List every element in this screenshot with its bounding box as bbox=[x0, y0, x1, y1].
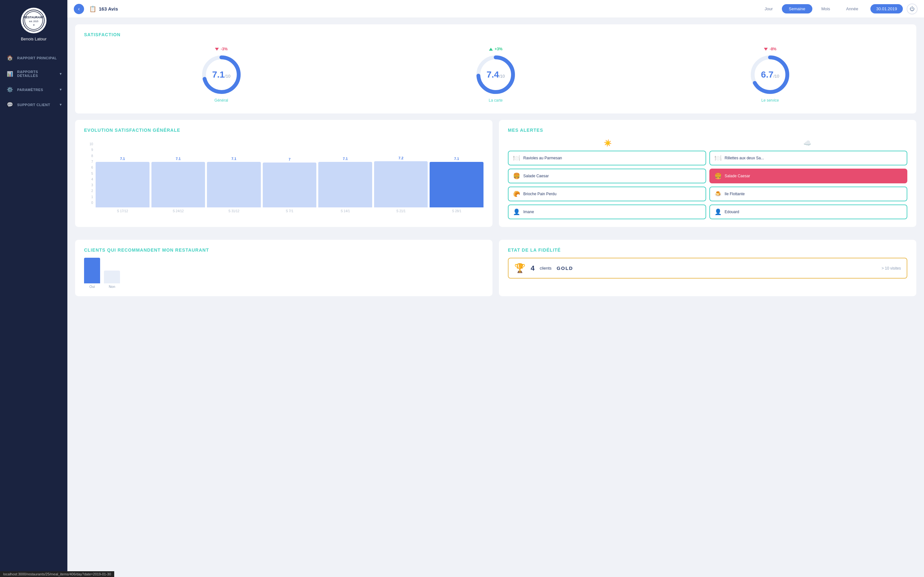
arrow-up-icon bbox=[489, 48, 493, 51]
fidelite-card: ETAT DE LA FIDÉLITÉ 🏆 4 clients GOLD > 1… bbox=[499, 240, 916, 296]
satisfaction-row: -3% 7.1/10 Général bbox=[84, 44, 907, 106]
status-bar: localhost:3000/restaurants/25/meal_items… bbox=[0, 571, 114, 577]
sidebar-username: Benois Latour bbox=[21, 37, 47, 41]
chevron-down-icon: ▾ bbox=[60, 103, 62, 107]
bar-col-6: 7.2 S 21/1 bbox=[374, 156, 428, 213]
page-content: SATISFACTION -3% 7.1/10 bbox=[67, 18, 924, 316]
sidebar-item-label: RAPPORT PRINCIPAL bbox=[17, 56, 57, 60]
alertes-card: MES ALERTES ☀️ ☁️ 🍽️ Ravioles au Parmesa… bbox=[499, 120, 916, 227]
header-tabs: Jour Semaine Mois Année bbox=[758, 4, 865, 13]
food-icon: 🍽️ bbox=[714, 155, 722, 161]
bar-col-4: 7 S 7/1 bbox=[263, 157, 317, 213]
recommandent-title: CLIENTS QUI RECOMMANDENT MON RESTAURANT bbox=[84, 247, 483, 253]
donut-center-la-carte: 7.4/10 bbox=[486, 69, 505, 80]
trophy-icon: 🏆 bbox=[514, 263, 525, 274]
home-icon: 🏠 bbox=[7, 55, 13, 61]
satisfaction-card: SATISFACTION -3% 7.1/10 bbox=[75, 24, 916, 113]
badge-general: -3% bbox=[215, 47, 228, 51]
bar-col-5: 7.1 S 14/1 bbox=[318, 157, 372, 213]
bar-col-2: 7.1 S 24/12 bbox=[152, 157, 205, 213]
alerte-salade-caesar-right[interactable]: 🍔 Salade Caesar bbox=[709, 169, 908, 183]
badge-le-service: -8% bbox=[764, 47, 776, 51]
main-content: ‹ 📋 163 Avis Jour Semaine Mois Année 30.… bbox=[67, 0, 924, 577]
back-button[interactable]: ‹ bbox=[74, 4, 84, 14]
header: ‹ 📋 163 Avis Jour Semaine Mois Année 30.… bbox=[67, 0, 924, 18]
cloud-icon: ☁️ bbox=[803, 139, 811, 147]
fidelite-title: ETAT DE LA FIDÉLITÉ bbox=[508, 247, 907, 253]
alerte-header: ☀️ ☁️ bbox=[508, 139, 907, 147]
gold-visits: > 10 visites bbox=[882, 266, 901, 271]
y-axis: 0 1 2 3 4 5 6 7 8 9 10 bbox=[84, 142, 93, 205]
bar-col-7: 7.1 S 28/1 bbox=[430, 157, 483, 213]
bar-col-1: 7.1 S 17/12 bbox=[95, 157, 150, 213]
sun-icon: ☀️ bbox=[604, 139, 612, 147]
donut-wrapper-general: 7.1/10 bbox=[200, 54, 242, 95]
arrow-down-icon bbox=[215, 48, 219, 51]
bar-6 bbox=[374, 161, 428, 207]
chat-icon: 💬 bbox=[7, 102, 13, 108]
fidelite-gold-row: 🏆 4 clients GOLD > 10 visites bbox=[508, 258, 907, 279]
power-button[interactable]: ⏻ bbox=[907, 3, 918, 15]
person-icon: 👤 bbox=[513, 208, 520, 215]
gear-icon: ⚙️ bbox=[7, 87, 13, 93]
donut-wrapper-la-carte: 7.4/10 bbox=[475, 54, 517, 95]
donut-le-service: -8% 6.7/10 Le service bbox=[749, 47, 791, 103]
alerte-ravioles[interactable]: 🍽️ Ravioles au Parmesan bbox=[508, 151, 706, 165]
alerte-imane[interactable]: 👤 Imane bbox=[508, 205, 706, 219]
food-icon: 🍮 bbox=[714, 190, 722, 197]
bar-3 bbox=[207, 162, 261, 207]
sidebar-nav: 🏠 RAPPORT PRINCIPAL 📊 RAPPORTS DÉTAILLÉS… bbox=[0, 50, 67, 112]
sidebar-item-rapport-principal[interactable]: 🏠 RAPPORT PRINCIPAL bbox=[0, 50, 67, 65]
bar-1 bbox=[95, 162, 150, 207]
sidebar-item-support-client[interactable]: 💬 SUPPORT CLIENT ▾ bbox=[0, 97, 67, 112]
food-icon: 🍽️ bbox=[513, 155, 520, 161]
tab-semaine[interactable]: Semaine bbox=[782, 4, 813, 13]
chart-bars: 0 1 2 3 4 5 6 7 8 9 10 bbox=[84, 142, 483, 213]
tab-annee[interactable]: Année bbox=[839, 4, 865, 13]
svg-text:est. 2015: est. 2015 bbox=[29, 20, 39, 23]
arrow-down-icon bbox=[764, 48, 768, 51]
alerte-ile-flottante[interactable]: 🍮 Ile Flottante bbox=[709, 187, 908, 201]
bar-4 bbox=[263, 163, 317, 207]
bar-col-3: 7.1 S 31/12 bbox=[207, 157, 261, 213]
alerte-edouard[interactable]: 👤 Edouard bbox=[709, 205, 908, 219]
alertes-grid: 🍽️ Ravioles au Parmesan 🍽️ Rillettes aux… bbox=[508, 151, 907, 219]
non-bar: Non bbox=[104, 271, 120, 288]
sidebar-item-label: SUPPORT CLIENT bbox=[17, 103, 50, 107]
gold-count: 4 bbox=[531, 264, 535, 272]
gold-label: clients bbox=[540, 266, 551, 271]
alerte-salade-caesar-left[interactable]: 🍔 Salade Caesar bbox=[508, 169, 706, 183]
evolution-card: EVOLUTION SATISFACTION GÉNÉRALE 0 1 2 3 … bbox=[75, 120, 493, 227]
bar-7 bbox=[430, 162, 483, 207]
bottom-row: CLIENTS QUI RECOMMANDENT MON RESTAURANT … bbox=[75, 240, 916, 303]
sidebar-item-label: PARAMÈTRES bbox=[17, 88, 43, 92]
alerte-brioche[interactable]: 🥐 Brioche Pain Perdu bbox=[508, 187, 706, 201]
donut-center-general: 7.1/10 bbox=[212, 69, 230, 80]
alerte-rillettes[interactable]: 🍽️ Rillettes aux deux Sa... bbox=[709, 151, 908, 165]
badge-la-carte: +3% bbox=[489, 47, 502, 51]
tab-mois[interactable]: Mois bbox=[814, 4, 837, 13]
oui-bar: Oui bbox=[84, 258, 100, 288]
sidebar-logo: RESTAURANT est. 2015 ⚜ bbox=[21, 8, 47, 33]
donut-general: -3% 7.1/10 Général bbox=[200, 47, 242, 103]
sidebar-item-rapports-detailles[interactable]: 📊 RAPPORTS DÉTAILLÉS ▾ bbox=[0, 65, 67, 82]
donut-la-carte: +3% 7.4/10 La carte bbox=[475, 47, 517, 103]
chevron-down-icon: ▾ bbox=[60, 87, 62, 92]
person-icon: 👤 bbox=[714, 208, 722, 215]
date-button[interactable]: 30.01.2019 bbox=[871, 4, 903, 13]
donut-wrapper-le-service: 6.7/10 bbox=[749, 54, 791, 95]
donut-center-le-service: 6.7/10 bbox=[761, 69, 779, 80]
bar-5 bbox=[318, 162, 372, 207]
sidebar-item-parametres[interactable]: ⚙️ PARAMÈTRES ▾ bbox=[0, 82, 67, 97]
bar-2 bbox=[152, 162, 205, 207]
sidebar: RESTAURANT est. 2015 ⚜ Benois Latour 🏠 R… bbox=[0, 0, 67, 577]
reviews-count: 📋 163 Avis bbox=[89, 5, 118, 13]
sidebar-item-label: RAPPORTS DÉTAILLÉS bbox=[17, 70, 60, 77]
svg-text:RESTAURANT: RESTAURANT bbox=[24, 16, 44, 19]
middle-row: EVOLUTION SATISFACTION GÉNÉRALE 0 1 2 3 … bbox=[75, 120, 916, 234]
tab-jour[interactable]: Jour bbox=[758, 4, 780, 13]
chevron-down-icon: ▾ bbox=[60, 72, 62, 76]
food-icon: 🍔 bbox=[513, 172, 520, 179]
list-icon: 📋 bbox=[89, 5, 96, 13]
chart-area: 0 1 2 3 4 5 6 7 8 9 10 bbox=[84, 139, 483, 213]
